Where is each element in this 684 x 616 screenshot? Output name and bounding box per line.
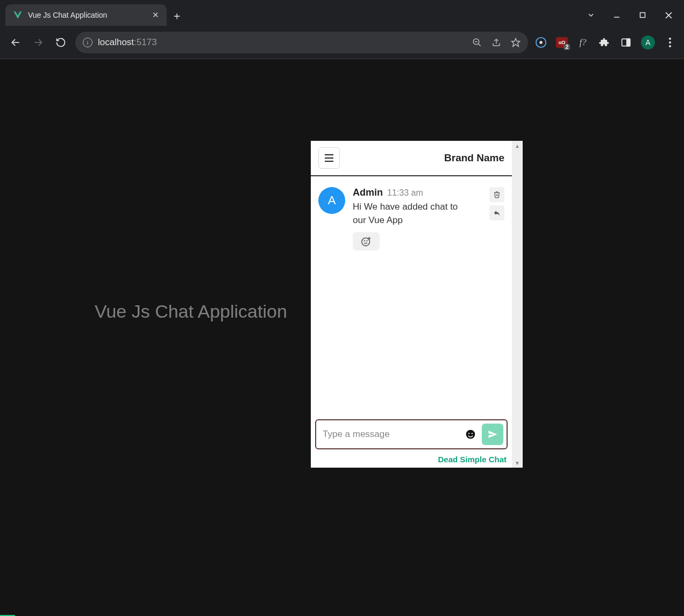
tab-strip: Vue Js Chat Application ✕ ＋ [0, 0, 684, 26]
profile-initial: A [645, 38, 650, 47]
page-heading: Vue Js Chat Application [95, 301, 287, 322]
chat-header: Brand Name [311, 141, 512, 176]
maximize-button[interactable] [630, 5, 655, 25]
message-row: A Admin 11:33 am Hi We have added chat t… [318, 187, 504, 250]
avatar-initial: A [328, 194, 336, 207]
svg-line-7 [478, 44, 481, 46]
address-bar[interactable]: i localhost:5173 [75, 32, 528, 53]
svg-rect-14 [627, 39, 630, 46]
url-text: localhost:5173 [98, 37, 157, 48]
powered-by-link[interactable]: Dead Simple Chat [438, 455, 507, 464]
svg-point-11 [539, 41, 543, 44]
vue-logo-icon [13, 10, 23, 20]
extensions-puzzle-icon[interactable] [598, 36, 611, 49]
message-body: Admin 11:33 am Hi We have added chat to … [353, 187, 479, 250]
svg-point-17 [367, 241, 367, 241]
hamburger-icon [325, 154, 333, 162]
message-composer [315, 419, 508, 449]
chat-widget: ▲ ▼ Brand Name A Ad [311, 141, 523, 468]
browser-chrome: Vue Js Chat Application ✕ ＋ [0, 0, 684, 59]
svg-point-22 [472, 433, 473, 434]
tab-title: Vue Js Chat Application [28, 11, 147, 19]
new-tab-button[interactable]: ＋ [167, 5, 187, 26]
close-window-button[interactable] [656, 5, 681, 25]
send-button[interactable] [482, 424, 503, 445]
message-actions [489, 187, 504, 250]
extension-circle-icon[interactable] [535, 36, 547, 49]
browser-menu-icon[interactable] [664, 36, 676, 49]
delete-message-button[interactable] [489, 187, 504, 202]
svg-point-21 [468, 433, 469, 434]
svg-point-15 [362, 238, 370, 246]
site-info-icon[interactable]: i [83, 38, 92, 47]
composer-area [311, 419, 512, 453]
ublock-icon[interactable]: uO 2 [556, 37, 568, 48]
scroll-down-icon[interactable]: ▼ [512, 458, 523, 468]
message-text: Hi We have added chat to our Vue App [353, 200, 460, 227]
tab-search-icon[interactable] [579, 5, 603, 25]
ublock-badge: 2 [564, 44, 570, 50]
zoom-icon[interactable] [472, 38, 482, 47]
add-reaction-button[interactable] [353, 232, 380, 250]
chat-menu-button[interactable] [318, 147, 340, 169]
forward-button[interactable] [30, 34, 46, 51]
share-icon[interactable] [491, 38, 501, 47]
message-sender: Admin [353, 187, 383, 198]
svg-marker-9 [512, 39, 520, 47]
window-controls [579, 4, 684, 26]
extensions-row: uO 2 f? A [535, 35, 676, 49]
message-avatar: A [318, 187, 345, 214]
minimize-button[interactable] [604, 5, 629, 25]
whatfont-icon[interactable]: f? [576, 36, 589, 49]
back-button[interactable] [8, 34, 24, 51]
bookmark-icon[interactable] [511, 38, 521, 47]
browser-tab[interactable]: Vue Js Chat Application ✕ [5, 4, 167, 26]
message-input[interactable] [323, 429, 459, 440]
close-tab-icon[interactable]: ✕ [152, 10, 159, 20]
chat-scrollbar[interactable]: ▲ ▼ [512, 141, 523, 468]
profile-avatar[interactable]: A [641, 35, 655, 49]
url-port: :5173 [134, 37, 157, 47]
url-host: localhost [98, 37, 134, 47]
browser-toolbar: i localhost:5173 uO [0, 26, 684, 59]
chat-footer: Dead Simple Chat [311, 453, 512, 468]
side-panel-icon[interactable] [619, 36, 632, 49]
scroll-up-icon[interactable]: ▲ [512, 141, 523, 151]
svg-point-20 [466, 430, 475, 439]
chat-brand-label: Brand Name [444, 152, 504, 164]
message-time: 11:33 am [387, 188, 423, 198]
svg-point-16 [364, 241, 365, 241]
page-viewport: Vue Js Chat Application ▲ ▼ Brand Name A [0, 59, 684, 616]
svg-rect-1 [640, 13, 645, 18]
reply-message-button[interactable] [489, 205, 504, 220]
emoji-picker-button[interactable] [464, 427, 478, 441]
reload-button[interactable] [53, 34, 69, 51]
messages-area: A Admin 11:33 am Hi We have added chat t… [311, 176, 512, 419]
